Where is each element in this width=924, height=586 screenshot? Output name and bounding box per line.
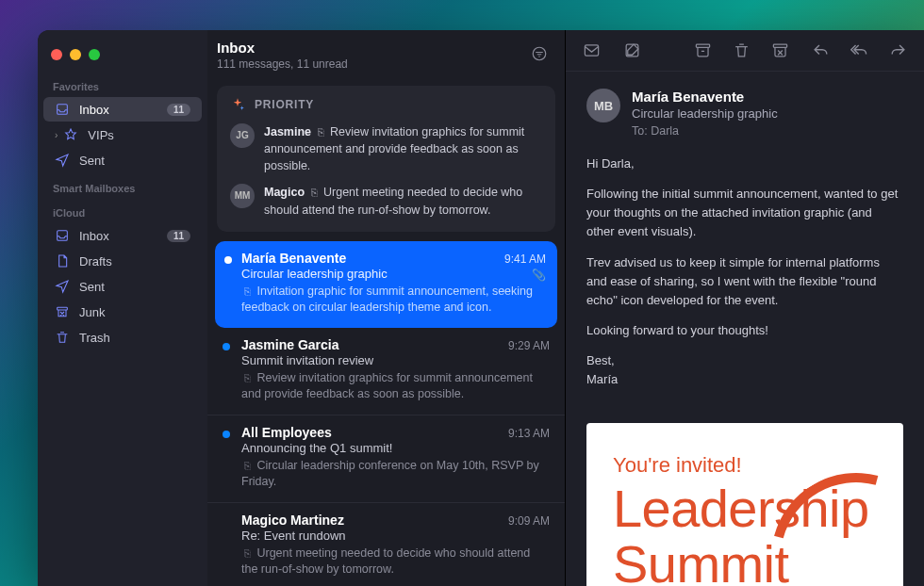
priority-row[interactable]: MMMagico ⎘ Urgent meeting needed to deci…	[230, 184, 542, 218]
fullscreen-window-button[interactable]	[89, 49, 100, 60]
priority-label: PRIORITY	[255, 98, 314, 111]
attachment-icon: 📎	[532, 269, 546, 282]
archive-button[interactable]	[694, 41, 712, 59]
message-from: Jasmine Garcia	[241, 337, 508, 352]
priority-row[interactable]: JGJasmine ⎘ Review invitation graphics f…	[230, 123, 542, 174]
message-row[interactable]: María Benavente9:41 AMCircular leadershi…	[215, 241, 557, 328]
sidebar-item-junk[interactable]: Junk	[43, 300, 202, 324]
message-list-header: Inbox 111 messages, 11 unread	[207, 30, 565, 80]
sidebar-item-label: Junk	[79, 305, 105, 319]
message-time: 9:09 AM	[508, 514, 550, 528]
body-paragraph: Trev advised us to keep it simple for in…	[586, 253, 903, 310]
reader-from: María Benavente	[632, 89, 903, 105]
message-row[interactable]: Magico Martinez9:09 AMRe: Event rundown⎘…	[207, 503, 565, 586]
reply-button[interactable]	[812, 41, 830, 59]
summary-icon: ⎘	[244, 372, 251, 383]
reader-toolbar	[566, 30, 924, 72]
body-paragraph: Hi Darla,	[586, 155, 903, 173]
invite-attachment[interactable]: You're invited! Leadership Summit	[586, 423, 903, 586]
paperplane-icon	[55, 153, 70, 168]
avatar: JG	[230, 123, 255, 148]
message-from: María Benavente	[241, 251, 504, 266]
message-preview: ⎘ Urgent meeting needed to decide who sh…	[241, 545, 550, 578]
summary-icon: ⎘	[244, 547, 251, 559]
sidebar-item-label: Drafts	[79, 254, 112, 269]
reader-subject: Circular leadership graphic	[632, 106, 903, 121]
message-subject: Announcing the Q1 summit!	[241, 441, 550, 455]
message-subject: Re: Event rundown	[241, 529, 550, 543]
sidebar: FavoritesInbox11›VIPsSentSmart Mailboxes…	[38, 30, 207, 586]
priority-card[interactable]: PRIORITY JGJasmine ⎘ Review invitation g…	[217, 86, 555, 232]
avatar: MM	[230, 184, 255, 208]
delete-button[interactable]	[733, 41, 751, 59]
sidebar-item-label: Sent	[79, 280, 105, 294]
sidebar-item-vips[interactable]: ›VIPs	[43, 122, 202, 147]
reply-all-button[interactable]	[850, 41, 868, 59]
message-time: 9:41 AM	[504, 252, 546, 266]
summary-icon: ⎘	[244, 460, 251, 471]
priority-sparkle-icon	[230, 97, 245, 112]
window-controls	[38, 38, 207, 72]
inbox-icon	[55, 228, 70, 243]
message-list-pane: Inbox 111 messages, 11 unread PRIORITY J…	[207, 30, 566, 586]
unread-badge: 11	[167, 104, 190, 116]
sidebar-item-trash[interactable]: Trash	[43, 325, 202, 350]
reader-to-line: To: Darla	[632, 124, 903, 138]
message-subject: Circular leadership graphic📎	[241, 267, 546, 281]
svg-rect-4	[696, 44, 709, 47]
doc-icon	[55, 253, 70, 269]
sidebar-item-label: Sent	[79, 154, 105, 168]
sidebar-item-icloud-sent[interactable]: Sent	[43, 274, 202, 299]
mailbox-subtitle: 111 messages, 11 unread	[217, 57, 531, 71]
summary-icon: ⎘	[311, 187, 318, 198]
junk-button[interactable]	[771, 41, 789, 59]
mailbox-title: Inbox	[217, 40, 531, 56]
filter-button[interactable]	[531, 45, 548, 66]
to-label: To:	[632, 124, 648, 138]
summary-icon: ⎘	[244, 285, 251, 297]
message-preview: ⎘ Circular leadership conference on May …	[241, 458, 550, 491]
mail-window: FavoritesInbox11›VIPsSentSmart Mailboxes…	[38, 30, 924, 586]
sidebar-item-label: Trash	[79, 331, 110, 345]
sidebar-section-label: Favorites	[38, 72, 207, 96]
message-row[interactable]: All Employees9:13 AMAnnouncing the Q1 su…	[207, 415, 565, 503]
sidebar-item-label: Inbox	[79, 103, 109, 117]
priority-text: Jasmine ⎘ Review invitation graphics for…	[264, 123, 542, 174]
collapse-toolbar-button[interactable]	[583, 41, 601, 59]
svg-rect-0	[58, 307, 68, 310]
sidebar-section-label: Smart Mailboxes	[38, 173, 207, 198]
message-time: 9:13 AM	[508, 427, 550, 440]
sidebar-item-icloud-inbox[interactable]: Inbox11	[43, 223, 202, 248]
to-recipient: Darla	[651, 124, 679, 138]
sidebar-item-label: Inbox	[79, 229, 109, 243]
svg-point-1	[533, 47, 546, 60]
message-preview: ⎘ Invitation graphic for summit announce…	[241, 284, 546, 317]
trash-icon	[55, 330, 70, 345]
reader-body: Hi Darla,Following the initial summit an…	[566, 151, 924, 417]
sidebar-item-label: VIPs	[88, 128, 113, 142]
sidebar-item-drafts[interactable]: Drafts	[43, 249, 202, 273]
body-paragraph: Looking forward to your thoughts!	[586, 321, 903, 340]
sidebar-section-label: iCloud	[38, 198, 207, 222]
sidebar-item-inbox[interactable]: Inbox11	[43, 97, 202, 122]
star-icon	[63, 127, 78, 142]
unread-dot-icon	[223, 343, 230, 350]
compose-button[interactable]	[623, 41, 641, 59]
message-subject: Summit invitation review	[241, 353, 550, 367]
body-paragraph: Best,María	[586, 351, 903, 389]
reader-header: MB María Benavente Circular leadership g…	[566, 72, 924, 151]
sidebar-item-sent[interactable]: Sent	[43, 148, 202, 172]
svg-rect-5	[773, 44, 786, 47]
inbox-icon	[55, 102, 70, 117]
reader-pane: MB María Benavente Circular leadership g…	[566, 30, 924, 586]
close-window-button[interactable]	[51, 49, 62, 60]
xbin-icon	[55, 304, 70, 319]
unread-badge: 11	[167, 230, 190, 242]
forward-button[interactable]	[889, 41, 907, 59]
summary-icon: ⎘	[318, 126, 324, 138]
message-row[interactable]: Jasmine Garcia9:29 AMSummit invitation r…	[207, 328, 565, 415]
message-from: Magico Martinez	[241, 513, 508, 528]
sender-avatar[interactable]: MB	[586, 89, 620, 122]
message-from: All Employees	[241, 425, 508, 440]
minimize-window-button[interactable]	[70, 49, 81, 60]
